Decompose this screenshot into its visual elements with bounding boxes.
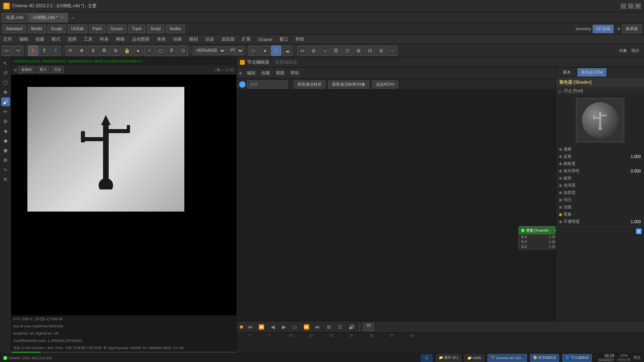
tool-transform-btn[interactable]: ⟐ [320, 45, 330, 56]
prop-port-diffuse[interactable] [559, 148, 562, 151]
mode-track[interactable]: Track [128, 25, 145, 33]
start-btn[interactable]: ⊞ [421, 354, 433, 362]
tool-move2[interactable]: ✥ [1, 88, 10, 97]
ne-menu-edit[interactable]: 编辑 [246, 70, 256, 76]
mode-model[interactable]: Model [28, 25, 46, 33]
tool-record-btn[interactable]: ● [260, 45, 270, 56]
vp-ctrl-1[interactable]: ↕ [214, 68, 216, 72]
tool-misc1-btn[interactable]: ⊡ [342, 45, 353, 56]
axis-y-button[interactable]: Y [39, 45, 50, 56]
props-expand-btn[interactable]: ⊞ [636, 228, 642, 234]
ne-search-input[interactable] [247, 80, 287, 88]
ne-menu-help[interactable]: 帮助 [289, 70, 300, 76]
prop-port-aniso[interactable] [559, 170, 562, 173]
taskbar-mat[interactable]: 🎨 材质编辑器 [530, 354, 559, 362]
menu-mograph[interactable]: 运动图形 [131, 36, 151, 42]
tab-2-close[interactable]: ✕ [60, 15, 64, 20]
node-transform-out[interactable] [555, 229, 555, 232]
axis-z-button[interactable]: Z [50, 45, 61, 56]
prop-port-normal[interactable] [559, 206, 562, 209]
tool-pen[interactable]: ✏ [1, 107, 10, 116]
mode-active[interactable]: OC游戏 [592, 25, 614, 33]
prop-port-reflect[interactable] [559, 155, 562, 158]
pt-select[interactable]: PT [227, 46, 244, 55]
tool-blur2[interactable]: ≋ [1, 175, 10, 183]
taskbar-course[interactable]: 📁 课件 (D:) [436, 354, 461, 362]
tl-start-btn[interactable]: ⏮ [246, 323, 254, 331]
tool-f-btn[interactable]: F [167, 45, 177, 56]
mode-sculpt[interactable]: Sculpt [47, 25, 66, 33]
menu-file[interactable]: 文件 [2, 36, 13, 42]
vp-menu-icon[interactable]: ≡ [14, 67, 17, 73]
tl-playhead-icon[interactable] [240, 325, 243, 329]
ne-menu-view[interactable]: 视图 [275, 70, 285, 76]
tool-lock-btn[interactable]: 🔒 [122, 45, 132, 56]
tl-frame-3d[interactable]: 3D [363, 323, 374, 331]
tool-eraser[interactable]: ◈ [1, 126, 10, 135]
tl-step-back-btn[interactable]: ◀ [268, 323, 277, 331]
redo-button[interactable]: ↪ [13, 45, 23, 56]
tool-misc3-btn[interactable]: ⊟ [365, 45, 375, 56]
menu-extend[interactable]: 扩展 [241, 36, 252, 42]
mode-script[interactable]: Script [147, 25, 165, 33]
prop-port-bump[interactable] [559, 199, 562, 202]
tool-scale[interactable]: ⬡ [1, 78, 10, 87]
tool-paint[interactable]: 🖌 [1, 97, 10, 106]
close-button[interactable]: ✕ [635, 3, 641, 9]
tool-gear-btn[interactable]: ⚙ [110, 45, 121, 56]
menu-create[interactable]: 创建 [35, 36, 45, 42]
tool-links-btn[interactable]: ⛓ [331, 45, 341, 56]
ne-menu-icon[interactable]: ≡ [239, 70, 242, 76]
tool-sky-btn[interactable]: ☁ [282, 45, 293, 56]
menu-mesh[interactable]: 网格 [115, 36, 126, 42]
tl-end-btn[interactable]: ⏭ [313, 323, 322, 331]
tool-pause-btn[interactable]: ⏸ [88, 45, 98, 56]
tl-audio-btn[interactable]: 🔊 [347, 323, 356, 331]
menu-window[interactable]: 窗口 [279, 36, 289, 42]
tl-loop-btn[interactable]: ⊞ [324, 323, 333, 331]
ne-get-material-btn[interactable]: 获取激活材质 [294, 80, 325, 88]
tool-grid-btn[interactable]: ⊞ [308, 45, 319, 56]
vp-display-btn[interactable]: 显示 [37, 66, 50, 73]
menu-simulate[interactable]: 模拟 [188, 36, 199, 42]
menu-render[interactable]: 渲染 [204, 36, 215, 42]
tool-octane-btn[interactable]: ⬡ [271, 45, 281, 56]
ne-aovs-btn[interactable]: 追染AOVs [372, 80, 398, 88]
taskbar-c4d[interactable]: 🎬 Cinema 4D 202... [487, 354, 527, 362]
tool-magnet[interactable]: ⊛ [1, 117, 10, 125]
vp-render-btn[interactable]: 渲染 [51, 66, 64, 73]
window-controls[interactable]: ─ □ ✕ [621, 3, 641, 9]
prop-port-opacity[interactable] [559, 220, 562, 223]
tl-play-btn[interactable]: ▶ [279, 323, 288, 331]
prop-port-coat[interactable] [559, 191, 562, 194]
vp-camera-btn[interactable]: 摄像机 [19, 66, 35, 73]
timeline-ruler[interactable]: 0 5 10 15 20 25 30 35 40 [237, 333, 644, 353]
props-tab-basic[interactable]: 基本 [559, 68, 574, 76]
tl-prev-btn[interactable]: ⏪ [257, 323, 266, 331]
menu-edit[interactable]: 编辑 [19, 36, 29, 42]
mode-new-ui[interactable]: 新界面 [622, 25, 642, 33]
menu-mode[interactable]: 模式 [51, 36, 61, 42]
undo-button[interactable]: ↩ [2, 45, 12, 56]
taskbar-node[interactable]: 🔵 节点编辑器 [562, 354, 592, 362]
tool-clone[interactable]: ⊕ [1, 155, 10, 164]
node-transform-1[interactable]: 变换 [Transfo S.X 1.000 S.Y 1.000 [518, 226, 555, 249]
prop-port-gloss[interactable] [559, 184, 562, 187]
tl-mode-btn[interactable]: ⊡ [336, 323, 345, 331]
prop-port-displace[interactable] [559, 213, 562, 216]
tab-2[interactable]: USB线.c4d * ✕ [29, 13, 68, 23]
tl-step-fwd-btn[interactable]: ▷ [291, 323, 299, 331]
menu-character[interactable]: 角色 [156, 36, 167, 42]
tool-arrows-btn[interactable]: ⇔ [297, 45, 308, 56]
menu-spline[interactable]: 样条 [99, 36, 109, 42]
menu-animate[interactable]: 动画 [172, 36, 183, 42]
menu-tools[interactable]: 工具 [83, 36, 93, 42]
tab-add-button[interactable]: + [69, 13, 78, 22]
mode-nodes[interactable]: Nodes [166, 25, 185, 33]
tool-fill[interactable]: ◆ [1, 136, 10, 145]
tool-misc2-btn[interactable]: ⊠ [353, 45, 364, 56]
tool-move-btn[interactable]: ✥ [76, 45, 87, 56]
tool-r-btn[interactable]: R [99, 45, 109, 56]
mode-uvedit[interactable]: UVEdit [68, 25, 87, 33]
mode-paint[interactable]: Paint [89, 25, 105, 33]
